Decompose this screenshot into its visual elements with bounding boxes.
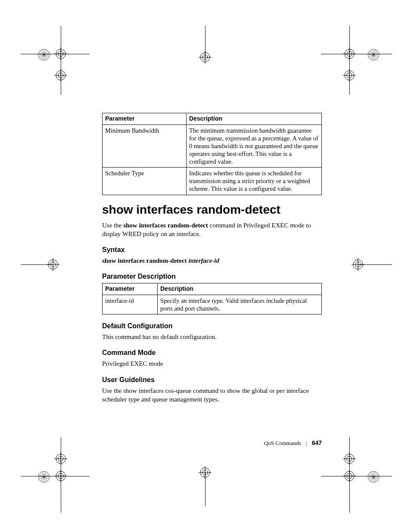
cell-desc: Indicates whether this queue is schedule… <box>187 168 322 195</box>
crop-line <box>321 54 392 54</box>
user-guidelines-body: Use the show interfaces cos-queue comman… <box>102 386 324 404</box>
table-row: interface-id Specify an interface type. … <box>103 295 322 314</box>
syntax-line: show interfaces random-detect interface-… <box>102 256 324 265</box>
crop-line <box>349 437 350 513</box>
footer-chapter: QoS Commands <box>264 440 301 446</box>
registration-rosette-icon <box>367 48 380 61</box>
intro-paragraph: Use the show interfaces random-detect co… <box>102 221 324 239</box>
crop-line <box>21 476 90 476</box>
table-header-row: Parameter Description <box>103 283 322 295</box>
parameter-table-2: Parameter Description interface-id Speci… <box>102 283 322 314</box>
registration-rosette-icon <box>37 48 50 61</box>
page-content: Parameter Description Minimum Bandwidth … <box>102 113 324 406</box>
page-footer: QoS Commands | 647 <box>102 439 322 447</box>
col-parameter: Parameter <box>103 283 158 295</box>
footer-page-number: 647 <box>312 439 322 446</box>
registration-rosette-icon <box>37 470 50 483</box>
default-config-body: This command has no default configuratio… <box>102 333 324 341</box>
table-header-row: Parameter Description <box>103 113 322 125</box>
col-description: Description <box>158 283 322 295</box>
registration-rosette-icon <box>367 470 380 483</box>
crop-line <box>21 264 53 265</box>
crop-line <box>358 264 392 265</box>
table-row: Scheduler Type Indicates whether this qu… <box>103 168 322 195</box>
crop-line <box>205 26 206 58</box>
crop-line <box>61 26 61 95</box>
syntax-argument: interface-id <box>188 257 219 264</box>
footer-separator: | <box>306 440 307 446</box>
crop-line <box>205 472 206 506</box>
cell-desc: Specify an interface type. Valid interfa… <box>158 295 322 314</box>
syntax-command: show interfaces random-detect <box>102 257 188 264</box>
cell-desc: The minimum transmission bandwidth guara… <box>187 124 322 168</box>
crop-line <box>321 476 392 476</box>
crop-line <box>349 26 350 95</box>
cell-param: Scheduler Type <box>103 168 187 195</box>
parameter-description-heading: Parameter Description <box>102 273 324 280</box>
command-name: show interfaces random-detect <box>123 222 208 229</box>
command-heading: show interfaces random-detect <box>102 203 324 217</box>
command-mode-heading: Command Mode <box>102 349 324 357</box>
syntax-heading: Syntax <box>102 246 324 254</box>
parameter-table-1: Parameter Description Minimum Bandwidth … <box>102 113 322 195</box>
col-description: Description <box>187 113 322 125</box>
crop-line <box>61 437 61 513</box>
cell-param: Minimum Bandwidth <box>103 124 187 168</box>
table-row: Minimum Bandwidth The minimum transmissi… <box>103 124 322 168</box>
col-parameter: Parameter <box>103 113 187 125</box>
command-mode-body: Privileged EXEC mode <box>102 359 324 368</box>
crop-line <box>21 54 90 54</box>
cell-param: interface-id <box>103 295 158 314</box>
default-config-heading: Default Configuration <box>102 322 324 330</box>
user-guidelines-heading: User Guidelines <box>102 376 324 384</box>
